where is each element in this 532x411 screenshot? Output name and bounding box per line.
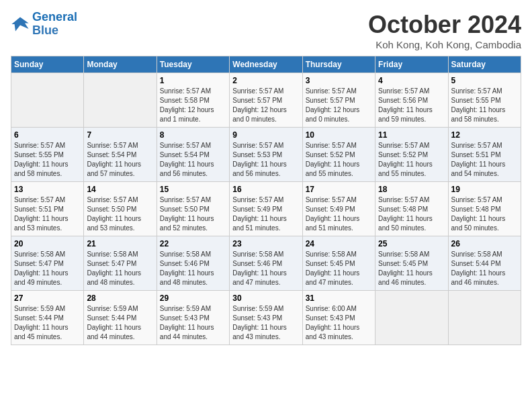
calendar-cell: 31Sunrise: 6:00 AMSunset: 5:43 PMDayligh… xyxy=(302,291,375,345)
calendar-cell: 12Sunrise: 5:57 AMSunset: 5:51 PMDayligh… xyxy=(448,128,521,182)
calendar-week-4: 20Sunrise: 5:58 AMSunset: 5:47 PMDayligh… xyxy=(11,236,521,291)
day-number: 27 xyxy=(14,293,81,303)
day-number: 4 xyxy=(378,76,445,85)
day-info: Sunrise: 5:59 AMSunset: 5:44 PMDaylight:… xyxy=(87,304,153,342)
day-info: Sunrise: 5:57 AMSunset: 5:54 PMDaylight:… xyxy=(160,141,226,179)
calendar-week-5: 27Sunrise: 5:59 AMSunset: 5:44 PMDayligh… xyxy=(11,291,521,345)
calendar-cell: 15Sunrise: 5:57 AMSunset: 5:50 PMDayligh… xyxy=(157,182,229,236)
day-info: Sunrise: 5:59 AMSunset: 5:43 PMDaylight:… xyxy=(160,304,226,342)
day-number: 18 xyxy=(378,185,445,194)
calendar-cell: 25Sunrise: 5:58 AMSunset: 5:45 PMDayligh… xyxy=(375,236,448,291)
day-info: Sunrise: 6:00 AMSunset: 5:43 PMDaylight:… xyxy=(306,304,372,342)
day-info: Sunrise: 5:58 AMSunset: 5:47 PMDaylight:… xyxy=(14,250,81,287)
calendar-cell: 24Sunrise: 5:58 AMSunset: 5:45 PMDayligh… xyxy=(302,236,375,291)
day-info: Sunrise: 5:57 AMSunset: 5:49 PMDaylight:… xyxy=(306,195,372,233)
day-number: 29 xyxy=(160,293,226,303)
day-number: 12 xyxy=(451,130,518,140)
day-info: Sunrise: 5:57 AMSunset: 5:48 PMDaylight:… xyxy=(451,195,518,233)
location: Koh Kong, Koh Kong, Cambodia xyxy=(368,39,521,50)
page-header: General Blue October 2024 Koh Kong, Koh … xyxy=(11,11,521,50)
day-info: Sunrise: 5:58 AMSunset: 5:44 PMDaylight:… xyxy=(451,250,518,287)
day-info: Sunrise: 5:58 AMSunset: 5:45 PMDaylight:… xyxy=(378,250,445,287)
weekday-header-row: SundayMondayTuesdayWednesdayThursdayFrid… xyxy=(11,56,521,73)
calendar-cell: 26Sunrise: 5:58 AMSunset: 5:44 PMDayligh… xyxy=(448,236,521,291)
logo-line1: General xyxy=(32,10,77,24)
day-info: Sunrise: 5:57 AMSunset: 5:52 PMDaylight:… xyxy=(378,141,445,179)
svg-marker-0 xyxy=(11,17,28,31)
day-info: Sunrise: 5:57 AMSunset: 5:49 PMDaylight:… xyxy=(232,195,299,233)
day-info: Sunrise: 5:57 AMSunset: 5:55 PMDaylight:… xyxy=(14,141,81,179)
calendar-cell: 29Sunrise: 5:59 AMSunset: 5:43 PMDayligh… xyxy=(157,291,229,345)
calendar-cell: 21Sunrise: 5:58 AMSunset: 5:47 PMDayligh… xyxy=(84,236,157,291)
day-number: 10 xyxy=(306,130,372,140)
day-number: 3 xyxy=(306,76,372,85)
calendar-cell: 20Sunrise: 5:58 AMSunset: 5:47 PMDayligh… xyxy=(11,236,84,291)
calendar-cell: 27Sunrise: 5:59 AMSunset: 5:44 PMDayligh… xyxy=(11,291,84,345)
day-number: 7 xyxy=(87,130,153,140)
calendar-cell: 1Sunrise: 5:57 AMSunset: 5:58 PMDaylight… xyxy=(157,73,229,128)
logo-text: General Blue xyxy=(32,11,77,38)
day-info: Sunrise: 5:57 AMSunset: 5:51 PMDaylight:… xyxy=(451,141,518,179)
weekday-header-sunday: Sunday xyxy=(11,56,84,73)
calendar-cell: 3Sunrise: 5:57 AMSunset: 5:57 PMDaylight… xyxy=(302,73,375,128)
calendar-cell xyxy=(448,291,521,345)
day-number: 16 xyxy=(232,185,299,194)
calendar-cell: 9Sunrise: 5:57 AMSunset: 5:53 PMDaylight… xyxy=(230,128,302,182)
day-info: Sunrise: 5:57 AMSunset: 5:57 PMDaylight:… xyxy=(306,87,372,124)
day-number: 24 xyxy=(306,239,372,248)
calendar-cell: 18Sunrise: 5:57 AMSunset: 5:48 PMDayligh… xyxy=(375,182,448,236)
weekday-header-saturday: Saturday xyxy=(448,56,521,73)
calendar-cell: 19Sunrise: 5:57 AMSunset: 5:48 PMDayligh… xyxy=(448,182,521,236)
day-info: Sunrise: 5:58 AMSunset: 5:45 PMDaylight:… xyxy=(306,250,372,287)
day-info: Sunrise: 5:58 AMSunset: 5:46 PMDaylight:… xyxy=(160,250,226,287)
calendar-cell: 4Sunrise: 5:57 AMSunset: 5:56 PMDaylight… xyxy=(375,73,448,128)
calendar-cell xyxy=(11,73,84,128)
day-number: 14 xyxy=(87,185,153,194)
day-number: 31 xyxy=(306,293,372,303)
calendar-cell: 22Sunrise: 5:58 AMSunset: 5:46 PMDayligh… xyxy=(157,236,229,291)
day-number: 13 xyxy=(14,185,81,194)
day-number: 11 xyxy=(378,130,445,140)
weekday-header-monday: Monday xyxy=(84,56,157,73)
day-info: Sunrise: 5:57 AMSunset: 5:48 PMDaylight:… xyxy=(378,195,445,233)
calendar-cell xyxy=(84,73,157,128)
weekday-header-friday: Friday xyxy=(375,56,448,73)
day-number: 8 xyxy=(160,130,226,140)
calendar-cell: 10Sunrise: 5:57 AMSunset: 5:52 PMDayligh… xyxy=(302,128,375,182)
calendar-week-2: 6Sunrise: 5:57 AMSunset: 5:55 PMDaylight… xyxy=(11,128,521,182)
day-number: 17 xyxy=(306,185,372,194)
title-block: October 2024 Koh Kong, Koh Kong, Cambodi… xyxy=(368,11,521,50)
calendar-cell: 11Sunrise: 5:57 AMSunset: 5:52 PMDayligh… xyxy=(375,128,448,182)
day-info: Sunrise: 5:57 AMSunset: 5:52 PMDaylight:… xyxy=(306,141,372,179)
day-info: Sunrise: 5:57 AMSunset: 5:53 PMDaylight:… xyxy=(232,141,299,179)
day-info: Sunrise: 5:59 AMSunset: 5:43 PMDaylight:… xyxy=(232,304,299,342)
calendar-cell: 13Sunrise: 5:57 AMSunset: 5:51 PMDayligh… xyxy=(11,182,84,236)
day-number: 30 xyxy=(232,293,299,303)
day-info: Sunrise: 5:57 AMSunset: 5:50 PMDaylight:… xyxy=(160,195,226,233)
day-number: 22 xyxy=(160,239,226,248)
month-title: October 2024 xyxy=(368,11,521,39)
day-info: Sunrise: 5:57 AMSunset: 5:56 PMDaylight:… xyxy=(378,87,445,124)
day-info: Sunrise: 5:57 AMSunset: 5:58 PMDaylight:… xyxy=(160,87,226,124)
calendar-cell: 6Sunrise: 5:57 AMSunset: 5:55 PMDaylight… xyxy=(11,128,84,182)
calendar-cell: 5Sunrise: 5:57 AMSunset: 5:55 PMDaylight… xyxy=(448,73,521,128)
calendar-cell: 16Sunrise: 5:57 AMSunset: 5:49 PMDayligh… xyxy=(230,182,302,236)
day-number: 21 xyxy=(87,239,153,248)
calendar-cell: 14Sunrise: 5:57 AMSunset: 5:50 PMDayligh… xyxy=(84,182,157,236)
day-number: 19 xyxy=(451,185,518,194)
calendar-cell: 17Sunrise: 5:57 AMSunset: 5:49 PMDayligh… xyxy=(302,182,375,236)
day-number: 25 xyxy=(378,239,445,248)
logo-line2: Blue xyxy=(32,24,58,37)
calendar-week-3: 13Sunrise: 5:57 AMSunset: 5:51 PMDayligh… xyxy=(11,182,521,236)
calendar-week-1: 1Sunrise: 5:57 AMSunset: 5:58 PMDaylight… xyxy=(11,73,521,128)
weekday-header-wednesday: Wednesday xyxy=(230,56,302,73)
day-number: 5 xyxy=(451,76,518,85)
weekday-header-thursday: Thursday xyxy=(302,56,375,73)
day-number: 6 xyxy=(14,130,81,140)
day-number: 26 xyxy=(451,239,518,248)
day-number: 28 xyxy=(87,293,153,303)
day-info: Sunrise: 5:58 AMSunset: 5:46 PMDaylight:… xyxy=(232,250,299,287)
calendar-cell xyxy=(375,291,448,345)
day-info: Sunrise: 5:57 AMSunset: 5:50 PMDaylight:… xyxy=(87,195,153,233)
day-number: 2 xyxy=(232,76,299,85)
